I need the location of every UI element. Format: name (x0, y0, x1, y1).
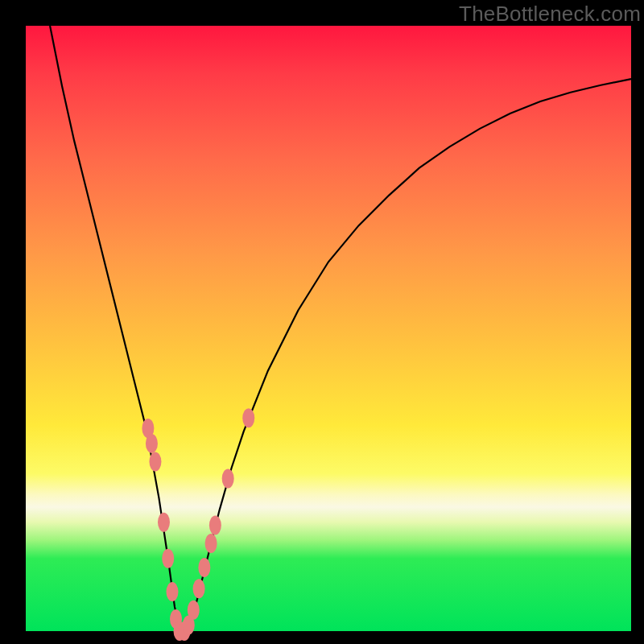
marker-point (222, 469, 234, 489)
chart-frame: TheBottleneck.com (0, 0, 644, 644)
watermark-text: TheBottleneck.com (459, 2, 641, 27)
marker-point (205, 534, 217, 553)
marker-point (166, 582, 178, 601)
marker-point (188, 601, 200, 620)
marker-point (209, 515, 221, 535)
marker-cluster (142, 408, 254, 641)
marker-point (146, 434, 158, 453)
marker-point (193, 579, 205, 598)
curve-svg (26, 26, 631, 631)
marker-point (158, 513, 170, 532)
plot-area (26, 26, 631, 631)
marker-point (198, 558, 210, 577)
marker-point (242, 408, 254, 427)
bottleneck-curve (50, 26, 631, 631)
marker-point (149, 452, 161, 471)
marker-point (162, 549, 174, 568)
